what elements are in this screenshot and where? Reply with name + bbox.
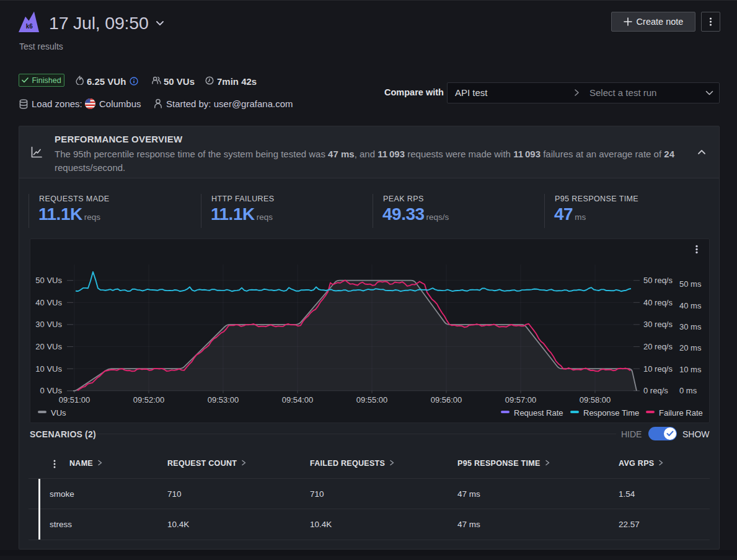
svg-text:30 ms: 30 ms	[679, 322, 702, 331]
svg-text:09:55:00: 09:55:00	[356, 395, 388, 405]
svg-text:50 VUs: 50 VUs	[35, 276, 62, 285]
svg-text:0 VUs: 0 VUs	[40, 386, 63, 395]
svg-text:30 VUs: 30 VUs	[35, 320, 62, 329]
svg-text:10 ms: 10 ms	[679, 365, 702, 374]
svg-text:40 req/s: 40 req/s	[643, 298, 673, 307]
svg-text:09:58:00: 09:58:00	[580, 395, 611, 405]
svg-text:09:54:00: 09:54:00	[282, 395, 314, 405]
svg-text:Failure Rate: Failure Rate	[659, 408, 703, 418]
svg-text:20 VUs: 20 VUs	[35, 342, 62, 351]
svg-text:40 VUs: 40 VUs	[35, 298, 62, 307]
svg-text:20 req/s: 20 req/s	[643, 342, 673, 351]
svg-text:09:51:00: 09:51:00	[59, 395, 90, 405]
svg-text:09:57:00: 09:57:00	[505, 395, 537, 405]
svg-text:50 req/s: 50 req/s	[643, 276, 673, 285]
svg-text:40 ms: 40 ms	[679, 301, 702, 310]
svg-text:0 req/s: 0 req/s	[643, 386, 668, 395]
svg-text:0 ms: 0 ms	[679, 386, 697, 395]
svg-text:Response Time: Response Time	[583, 408, 639, 418]
svg-text:VUs: VUs	[51, 408, 66, 418]
svg-text:10 req/s: 10 req/s	[643, 364, 673, 374]
svg-text:30 req/s: 30 req/s	[643, 320, 673, 329]
svg-text:10 VUs: 10 VUs	[35, 364, 62, 374]
svg-text:k6: k6	[26, 23, 33, 30]
svg-text:09:52:00: 09:52:00	[133, 395, 165, 405]
svg-text:20 ms: 20 ms	[679, 343, 702, 352]
svg-text:09:53:00: 09:53:00	[208, 395, 239, 405]
svg-text:50 ms: 50 ms	[679, 279, 702, 289]
svg-text:09:56:00: 09:56:00	[431, 395, 462, 405]
svg-text:Request Rate: Request Rate	[514, 408, 563, 418]
